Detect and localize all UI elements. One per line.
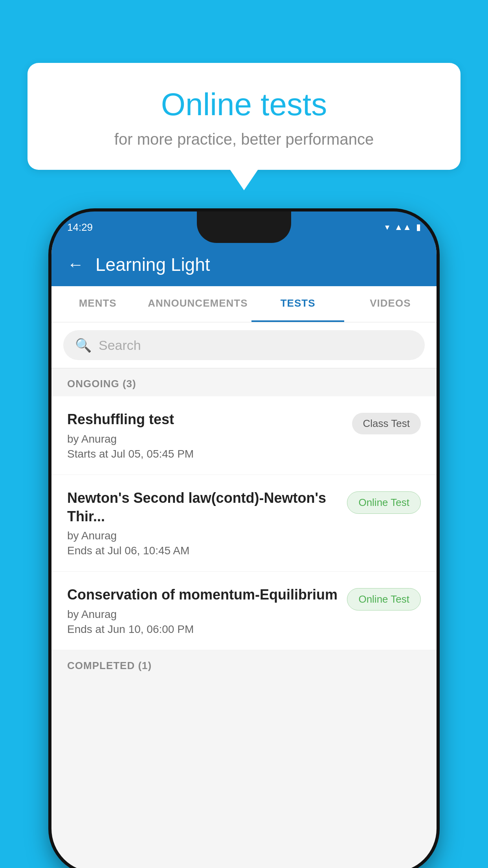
back-button[interactable]: ← <box>67 255 84 274</box>
phone-frame: 14:29 ▾ ▲▲ ▮ ← Learning Light MENTS ANNO… <box>51 211 437 868</box>
completed-section-header: COMPLETED (1) <box>51 650 437 678</box>
test-badge-online-2: Online Test <box>347 588 421 611</box>
tab-ments[interactable]: MENTS <box>51 286 144 322</box>
test-badge-class: Class Test <box>352 413 421 434</box>
wifi-icon: ▾ <box>385 222 389 232</box>
search-container: 🔍 Search <box>51 322 437 368</box>
search-placeholder: Search <box>99 338 141 353</box>
test-by: by Anurag <box>67 530 339 542</box>
test-time: Ends at Jul 06, 10:45 AM <box>67 544 339 557</box>
test-info: Newton's Second law(contd)-Newton's Thir… <box>67 489 339 557</box>
test-item[interactable]: Reshuffling test by Anurag Starts at Jul… <box>51 396 437 475</box>
bubble-subtitle: for more practice, better performance <box>51 131 437 148</box>
tab-videos[interactable]: VIDEOS <box>344 286 437 322</box>
signal-icon: ▲▲ <box>394 222 411 232</box>
test-by: by Anurag <box>67 433 344 445</box>
test-time: Ends at Jun 10, 06:00 PM <box>67 623 339 636</box>
status-icons: ▾ ▲▲ ▮ <box>385 222 421 232</box>
ongoing-section-header: ONGOING (3) <box>51 368 437 396</box>
tab-tests[interactable]: TESTS <box>251 286 344 322</box>
test-info: Conservation of momentum-Equilibrium by … <box>67 586 339 636</box>
test-badge-online: Online Test <box>347 491 421 514</box>
status-time: 14:29 <box>67 221 93 234</box>
tabs-container: MENTS ANNOUNCEMENTS TESTS VIDEOS <box>51 286 437 322</box>
battery-icon: ▮ <box>416 222 421 232</box>
phone-screen: ← Learning Light MENTS ANNOUNCEMENTS TES… <box>51 243 437 868</box>
test-list: Reshuffling test by Anurag Starts at Jul… <box>51 396 437 650</box>
test-by: by Anurag <box>67 608 339 621</box>
tab-announcements[interactable]: ANNOUNCEMENTS <box>144 286 251 322</box>
status-bar: 14:29 ▾ ▲▲ ▮ <box>51 211 437 243</box>
test-name: Conservation of momentum-Equilibrium <box>67 586 339 604</box>
speech-bubble-container: Online tests for more practice, better p… <box>28 63 460 170</box>
speech-bubble: Online tests for more practice, better p… <box>28 63 460 170</box>
ongoing-label: ONGOING (3) <box>67 378 136 390</box>
test-time: Starts at Jul 05, 05:45 PM <box>67 448 344 460</box>
app-header: ← Learning Light <box>51 243 437 286</box>
app-title: Learning Light <box>95 254 210 275</box>
test-item[interactable]: Newton's Second law(contd)-Newton's Thir… <box>51 475 437 572</box>
test-info: Reshuffling test by Anurag Starts at Jul… <box>67 410 344 460</box>
search-bar[interactable]: 🔍 Search <box>63 330 425 360</box>
test-name: Newton's Second law(contd)-Newton's Thir… <box>67 489 339 526</box>
completed-label: COMPLETED (1) <box>67 660 152 671</box>
test-name: Reshuffling test <box>67 410 344 429</box>
test-item[interactable]: Conservation of momentum-Equilibrium by … <box>51 572 437 650</box>
bubble-title: Online tests <box>51 86 437 123</box>
search-icon: 🔍 <box>75 337 92 353</box>
